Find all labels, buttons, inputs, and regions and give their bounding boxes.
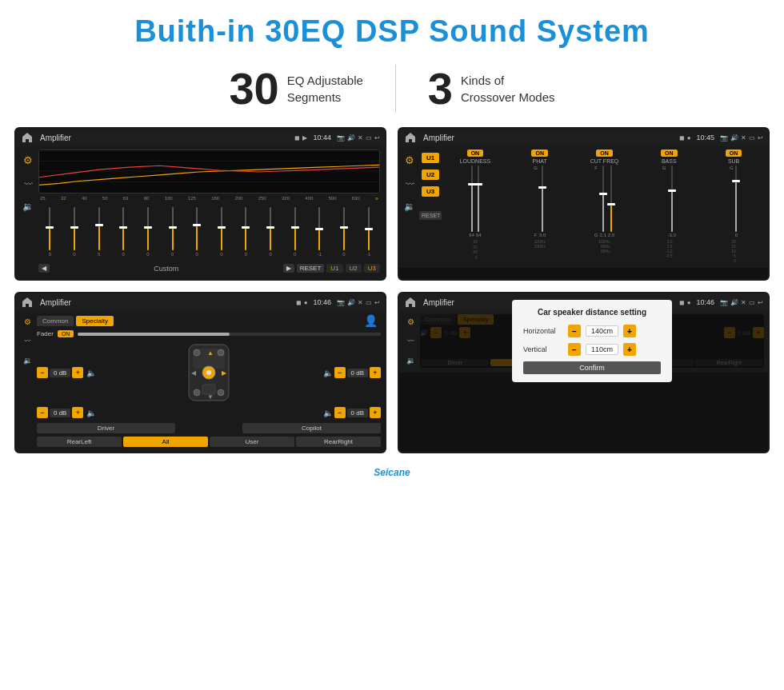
eq-slider-7[interactable]: 0 bbox=[210, 207, 233, 257]
eq-slider-3[interactable]: 0 bbox=[112, 207, 135, 257]
vertical-plus-btn[interactable]: + bbox=[623, 343, 636, 356]
home-icon-2[interactable] bbox=[404, 131, 417, 144]
eq-slider-12[interactable]: 0 bbox=[333, 207, 356, 257]
sp-plus-br[interactable]: + bbox=[370, 407, 381, 418]
crossover-stat: 3 Kinds of Crossover Modes bbox=[396, 66, 587, 111]
sp-all-btn[interactable]: All bbox=[123, 437, 208, 447]
eq-reset-btn[interactable]: RESET bbox=[297, 264, 325, 273]
xo-on-loudness[interactable]: ON bbox=[467, 150, 484, 157]
xo-col-loudness: ON LOUDNESS 64 bbox=[444, 150, 506, 263]
sp-sidebar-icon-2[interactable]: 〰 bbox=[24, 337, 31, 345]
sp-plus-tr[interactable]: + bbox=[370, 367, 381, 378]
confirm-button[interactable]: Confirm bbox=[523, 361, 661, 374]
eq-sidebar: ⚙ 〰 🔉 bbox=[21, 150, 35, 274]
eq-sidebar-icon-3[interactable]: 🔉 bbox=[22, 201, 34, 212]
eq-slider-11[interactable]: -1 bbox=[308, 207, 331, 257]
sp-user-btn[interactable]: User bbox=[210, 437, 294, 447]
dist-sidebar-icon-3[interactable]: 🔉 bbox=[406, 357, 415, 365]
xo-u3-btn[interactable]: U3 bbox=[422, 186, 439, 197]
sp-rearright-btn[interactable]: RearRight bbox=[296, 437, 381, 447]
svg-text:▲: ▲ bbox=[207, 349, 214, 357]
eq-slider-6[interactable]: 0 bbox=[186, 207, 209, 257]
eq-u2-btn[interactable]: U2 bbox=[346, 264, 362, 273]
sp-fader-track[interactable] bbox=[78, 333, 381, 336]
xo-on-bass[interactable]: ON bbox=[661, 150, 678, 157]
xo-sidebar-icon-2[interactable]: 〰 bbox=[406, 179, 414, 189]
xo-sidebar-icon-3[interactable]: 🔉 bbox=[404, 201, 415, 212]
topbar-time-2: 10:45 bbox=[696, 134, 714, 142]
screen-eq: Amplifier ◼ ▶ 10:44 📷 🔊 ✕ ▭ ↩ ⚙ 〰 🔉 bbox=[14, 127, 386, 281]
sp-driver-btn[interactable]: Driver bbox=[37, 423, 175, 433]
home-icon[interactable] bbox=[21, 131, 34, 144]
home-icon-4[interactable] bbox=[404, 296, 417, 309]
vertical-value: 110cm bbox=[586, 344, 618, 355]
sp-sidebar-icon-3[interactable]: 🔉 bbox=[23, 357, 32, 365]
window-icon-4: ▭ bbox=[749, 299, 755, 306]
horizontal-plus-btn[interactable]: + bbox=[623, 325, 636, 337]
eq-slider-9[interactable]: 0 bbox=[259, 207, 282, 257]
eq-sidebar-icon-1[interactable]: ⚙ bbox=[23, 154, 33, 166]
page-title: Buith-in 30EQ DSP Sound System bbox=[16, 14, 768, 49]
eq-slider-13[interactable]: -1 bbox=[357, 207, 380, 257]
vertical-label: Vertical bbox=[523, 345, 563, 353]
sp-bottom-row1: Driver Copilot bbox=[37, 423, 381, 433]
user-profile-icon[interactable]: 👤 bbox=[364, 314, 378, 327]
eq-slider-2[interactable]: 5 bbox=[87, 207, 110, 257]
sp-minus-br[interactable]: − bbox=[334, 407, 346, 418]
topbar-time-4: 10:46 bbox=[696, 298, 714, 306]
camera-icon-3: 📷 bbox=[337, 299, 345, 306]
sp-plus-tl[interactable]: + bbox=[72, 367, 83, 378]
eq-sidebar-icon-2[interactable]: 〰 bbox=[24, 179, 33, 189]
eq-u1-btn[interactable]: U1 bbox=[326, 264, 342, 273]
dist-sidebar-icon-1[interactable]: ⚙ bbox=[407, 317, 414, 326]
dot-icon-2: ● bbox=[687, 134, 691, 142]
sp-fader-on-btn[interactable]: ON bbox=[58, 330, 74, 337]
topbar-1: Amplifier ◼ ▶ 10:44 📷 🔊 ✕ ▭ ↩ bbox=[16, 129, 385, 146]
camera-icon-4: 📷 bbox=[720, 299, 728, 306]
topbar-icons-4: ◼ ● 10:46 📷 🔊 ✕ ▭ ↩ bbox=[679, 298, 763, 306]
eq-slider-8[interactable]: 0 bbox=[234, 207, 258, 257]
sp-plus-bl[interactable]: + bbox=[72, 407, 83, 418]
eq-slider-1[interactable]: 0 bbox=[63, 207, 86, 257]
xo-on-sub[interactable]: ON bbox=[726, 150, 742, 157]
sp-minus-tr[interactable]: − bbox=[334, 367, 346, 378]
eq-freq-labels: 25 32 40 50 63 80 100 125 160 200 250 32… bbox=[38, 196, 380, 201]
eq-slider-10[interactable]: 0 bbox=[283, 207, 306, 257]
xo-label-bass: BASS bbox=[662, 158, 677, 164]
sp-minus-tl[interactable]: − bbox=[37, 367, 48, 378]
crossover-body: ⚙ 〰 🔉 U1 U2 U3 RESET ON LOUDNESS bbox=[399, 146, 768, 268]
eq-prev-btn[interactable]: ◀ bbox=[38, 264, 50, 273]
eq-slider-0[interactable]: 0 bbox=[38, 207, 62, 257]
sp-sidebar-icon-1[interactable]: ⚙ bbox=[24, 317, 31, 326]
sp-rearleft-btn[interactable]: RearLeft bbox=[37, 437, 122, 447]
xo-on-phat[interactable]: ON bbox=[531, 150, 548, 157]
sp-minus-bl[interactable]: − bbox=[37, 407, 48, 418]
xo-u2-btn[interactable]: U2 bbox=[422, 170, 439, 180]
vertical-minus-btn[interactable]: − bbox=[568, 343, 581, 356]
xo-col-phat: ON PHAT GF 3.0 bbox=[509, 150, 571, 263]
distance-dialog: Car speaker distance setting Horizontal … bbox=[512, 300, 672, 382]
eq-slider-4[interactable]: 0 bbox=[137, 207, 160, 257]
volume-icon-3: 🔊 bbox=[347, 299, 355, 306]
speaker-icon-tl: 🔈 bbox=[86, 369, 96, 377]
sp-tab-common[interactable]: Common bbox=[37, 316, 74, 326]
xo-u1-btn[interactable]: U1 bbox=[422, 153, 439, 163]
speaker-icon-br: 🔈 bbox=[323, 409, 333, 417]
eq-u3-btn[interactable]: U3 bbox=[364, 264, 380, 273]
xo-on-cutfreq[interactable]: ON bbox=[596, 150, 613, 157]
eq-sliders[interactable]: 0 0 5 0 0 bbox=[38, 204, 380, 260]
sp-tab-specialty[interactable]: Specialty bbox=[76, 316, 113, 326]
home-icon-3[interactable] bbox=[21, 296, 34, 309]
svg-text:▼: ▼ bbox=[207, 393, 214, 401]
xo-reset-btn[interactable]: RESET bbox=[419, 211, 442, 220]
play-icon-1: ▶ bbox=[302, 134, 307, 142]
dist-sidebar: ⚙ 〰 🔉 bbox=[403, 314, 418, 368]
sp-val-tl: 0 dB bbox=[50, 369, 70, 377]
horizontal-minus-btn[interactable]: − bbox=[568, 325, 581, 337]
xo-sidebar-icon-1[interactable]: ⚙ bbox=[405, 154, 414, 166]
eq-next-btn[interactable]: ▶ bbox=[283, 264, 294, 273]
eq-slider-5[interactable]: 0 bbox=[161, 207, 184, 257]
sp-copilot-btn[interactable]: Copilot bbox=[242, 423, 381, 433]
close-icon-2: ✕ bbox=[741, 134, 746, 142]
dist-sidebar-icon-2[interactable]: 〰 bbox=[407, 337, 414, 345]
